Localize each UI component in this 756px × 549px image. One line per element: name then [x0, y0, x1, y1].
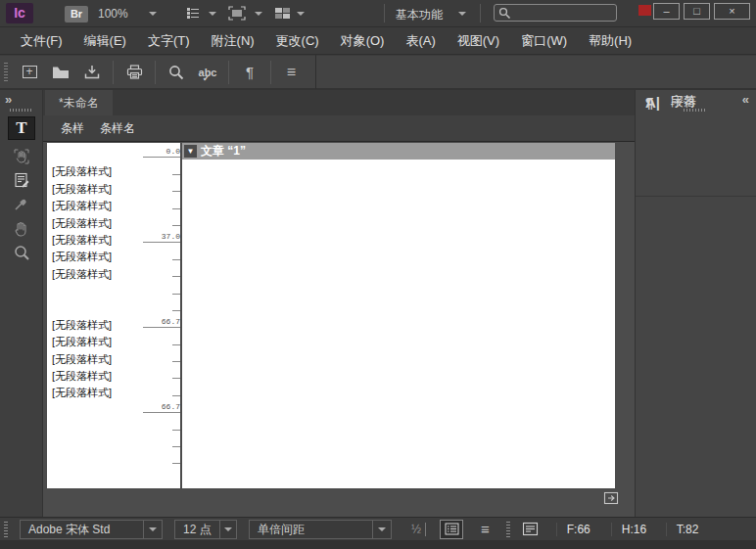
search-box[interactable] — [494, 4, 617, 22]
chevron-down-icon[interactable] — [297, 12, 305, 16]
panel-item[interactable]: ¶ 段落 — [645, 90, 747, 114]
galley-row[interactable] — [47, 452, 180, 469]
galley-row[interactable]: 0.0 — [47, 146, 180, 162]
arrange-documents-icon[interactable] — [274, 6, 291, 21]
chevron-down-icon[interactable] — [255, 12, 262, 16]
magnifier-icon — [14, 245, 30, 261]
menu-item[interactable]: 文字(T) — [137, 32, 201, 50]
copyfit-field: F:66 — [556, 523, 593, 536]
galley-row[interactable]: 66.7 — [47, 401, 180, 418]
collapse-story-icon[interactable]: ▼ — [184, 145, 197, 158]
search-icon — [168, 65, 184, 80]
chevron-down-icon[interactable] — [372, 521, 391, 538]
toolbar-separator — [228, 61, 229, 84]
view-options-icon[interactable] — [186, 6, 204, 21]
galley-row[interactable]: [无段落样式] — [47, 162, 180, 179]
menu-item[interactable]: 表(A) — [395, 32, 446, 50]
depth-ruler-mark — [172, 377, 180, 379]
menu-item[interactable]: 更改(C) — [265, 32, 330, 50]
menu-item[interactable]: 编辑(E) — [73, 32, 137, 50]
statusbar-grip[interactable] — [4, 522, 8, 537]
toolbar-menu-button[interactable]: ≡ — [276, 60, 307, 85]
chevron-down-icon[interactable] — [458, 12, 466, 16]
zoom-tool[interactable] — [8, 241, 35, 264]
menu-item[interactable]: 帮助(H) — [578, 32, 642, 50]
minimize-button[interactable]: – — [653, 3, 680, 20]
toolbar-separator — [315, 55, 316, 89]
menu-item[interactable]: 附注(N) — [201, 32, 265, 50]
expand-panel-icon[interactable]: » — [5, 92, 12, 107]
toolbar-grip[interactable] — [4, 63, 8, 82]
chevron-down-icon[interactable] — [219, 521, 236, 538]
note-tool[interactable] — [8, 168, 35, 192]
chevron-down-icon[interactable] — [143, 521, 162, 538]
font-family-dropdown[interactable]: Adobe 宋体 Std — [20, 520, 163, 539]
maximize-button[interactable]: □ — [684, 3, 710, 20]
font-size-dropdown[interactable]: 12 点 — [174, 520, 237, 539]
view-tab[interactable]: 条样 — [61, 120, 84, 137]
story-header[interactable]: ▼ 文章 “1” — [182, 143, 615, 160]
position-tool[interactable] — [8, 145, 35, 168]
menu-item[interactable]: 对象(O) — [330, 32, 396, 50]
copyfit-info-icon[interactable] — [522, 522, 539, 536]
menu-item[interactable]: 视图(V) — [447, 32, 510, 50]
galley-row[interactable]: [无段落样式] — [47, 214, 180, 231]
galley-row[interactable]: [无段落样式] 66.7 — [47, 316, 180, 333]
font-size-value: 12 点 — [175, 521, 219, 538]
chevron-down-icon[interactable] — [149, 12, 157, 16]
toolbar-separator — [155, 61, 156, 84]
print-button[interactable] — [118, 60, 150, 85]
hand-tool[interactable] — [8, 217, 35, 241]
galley-row[interactable] — [47, 299, 180, 316]
galley-row[interactable]: [无段落样式] — [47, 248, 180, 264]
depth-ruler-mark — [172, 394, 180, 396]
document-tab[interactable]: *未命名 — [45, 90, 113, 115]
galley-row[interactable] — [47, 282, 180, 298]
galley-row[interactable] — [47, 435, 180, 452]
chevron-down-icon[interactable] — [209, 12, 216, 16]
open-button[interactable] — [45, 60, 76, 85]
galley-row[interactable] — [47, 418, 180, 435]
eyedropper-tool[interactable] — [8, 192, 35, 215]
story-title: 文章 “1” — [201, 143, 246, 160]
copyfit-progress-icon[interactable] — [603, 491, 619, 505]
paragraph-style-label: [无段落样式] — [52, 318, 112, 333]
eyedropper-icon — [14, 196, 29, 211]
workspace-switcher[interactable]: 基本功能 — [396, 7, 443, 23]
galley-row[interactable]: [无段落样式] — [47, 367, 180, 384]
galley-row[interactable]: [无段落样式] 37.0 — [47, 231, 180, 248]
galley-row[interactable]: [无段落样式] — [47, 265, 180, 282]
paragraph-style-label: [无段落样式] — [52, 233, 112, 248]
style-column-toggle[interactable] — [440, 520, 463, 539]
paragraph-style-column: 0.0 [无段落样式] [无段落样式] — [47, 143, 180, 488]
document-pane: *未命名 条样 条样名 0.0 — [43, 90, 635, 517]
story-area[interactable]: ▼ 文章 “1” — [182, 143, 615, 488]
spellcheck-button[interactable]: abc ✓ — [192, 60, 223, 85]
save-button[interactable] — [76, 60, 108, 85]
close-button[interactable]: × — [714, 3, 750, 20]
galley-row[interactable]: [无段落样式] — [47, 197, 180, 213]
search-input[interactable] — [514, 5, 612, 21]
tools-panel-grip[interactable] — [10, 109, 31, 112]
galley-row[interactable]: [无段落样式] — [47, 384, 180, 400]
statusbar-menu-button[interactable]: ≡ — [481, 521, 491, 537]
galley-row[interactable]: [无段落样式] — [47, 350, 180, 367]
find-button[interactable] — [161, 60, 192, 85]
statusbar-grip[interactable] — [506, 522, 510, 537]
galley-row[interactable]: [无段落样式] — [47, 180, 180, 197]
leading-dropdown[interactable]: 单倍间距 — [249, 520, 392, 539]
view-tab[interactable]: 条样名 — [100, 120, 135, 137]
view-tab-bar: 条样 条样名 — [43, 115, 635, 142]
screen-mode-icon[interactable] — [228, 6, 246, 21]
menu-item[interactable]: 文件(F) — [10, 32, 73, 50]
galley-row[interactable]: [无段落样式] — [47, 333, 180, 349]
menu-item[interactable]: 窗口(W) — [510, 32, 578, 50]
new-document-button[interactable]: + — [14, 60, 45, 85]
depth-ruler-mark — [172, 445, 180, 447]
type-tool[interactable]: T — [8, 116, 35, 140]
line-number-toggle[interactable]: ½ — [411, 523, 426, 536]
show-hidden-characters-button[interactable]: ¶ — [234, 60, 265, 85]
bridge-button[interactable]: Br — [65, 6, 88, 23]
paragraph-style-label: [无段落样式] — [52, 386, 112, 400]
zoom-level-dropdown[interactable]: 100% — [98, 7, 128, 21]
